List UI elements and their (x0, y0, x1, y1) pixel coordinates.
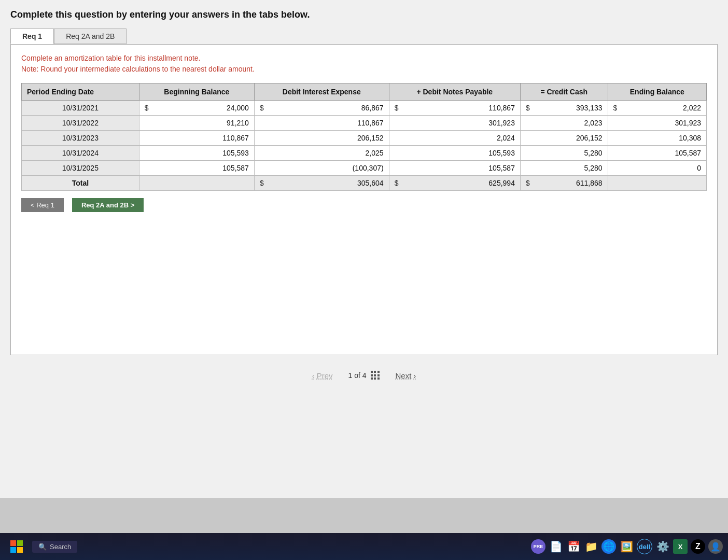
col-header-beginning: Beginning Balance (139, 83, 254, 101)
table-row-debit-interest-2: 206,152 (254, 131, 389, 146)
table-row-credit-cash-4: 5,280 (520, 161, 608, 176)
table-row-credit-cash-2: 206,152 (520, 131, 608, 146)
table-row-debit-interest-0: $86,867 (254, 101, 389, 116)
table-row-ending-5 (608, 176, 706, 191)
table-row-beginning-1: 91,210 (139, 116, 254, 131)
page-info: 1 of 4 (348, 371, 380, 380)
table-row-credit-cash-5: $611,868 (520, 176, 608, 191)
photo-icon[interactable]: 🖼️ (619, 539, 634, 554)
prev-req-button[interactable]: < Req 1 (21, 198, 64, 212)
table-row-ending-0: $2,022 (608, 101, 706, 116)
table-row-date-0: 10/31/2021 (22, 101, 139, 116)
table-row-date-4: 10/31/2025 (22, 161, 139, 176)
tab-desc-line1: Complete an amortization table for this … (21, 54, 201, 62)
tab-desc-line2: Note: Round your intermediate calculatio… (21, 65, 255, 73)
tabs-row: Req 1 Req 2A and 2B (10, 29, 718, 44)
table-row-debit-notes-2: 2,024 (389, 131, 520, 146)
next-button[interactable]: Next › (396, 371, 416, 380)
table-row-credit-cash-1: 2,023 (520, 116, 608, 131)
table-row-debit-notes-5: $625,994 (389, 176, 520, 191)
tab-description: Complete an amortization table for this … (21, 53, 707, 75)
table-row-ending-1: 301,923 (608, 116, 706, 131)
settings-icon[interactable]: ⚙️ (655, 539, 670, 554)
table-row-date-5: Total (22, 176, 139, 191)
taskbar-search[interactable]: 🔍 Search (32, 541, 77, 553)
grid-icon (371, 371, 380, 380)
next-label: Next (396, 371, 412, 380)
next-req-button[interactable]: Req 2A and 2B > (72, 198, 144, 212)
user-icon[interactable]: 👤 (708, 539, 723, 554)
table-row-debit-notes-0: $110,867 (389, 101, 520, 116)
col-header-ending: Ending Balance (608, 83, 706, 101)
table-row-debit-notes-1: 301,923 (389, 116, 520, 131)
table-row-debit-interest-5: $305,604 (254, 176, 389, 191)
tab-req1[interactable]: Req 1 (10, 29, 54, 44)
table-row-credit-cash-3: 5,280 (520, 146, 608, 161)
page-instruction: Complete this question by entering your … (10, 9, 718, 20)
table-row-debit-notes-3: 105,593 (389, 146, 520, 161)
col-header-date: Period Ending Date (22, 83, 139, 101)
pagination-row: ‹ Prev 1 of 4 Next › (10, 371, 718, 380)
calendar-icon[interactable]: 📅 (566, 539, 581, 554)
table-row-date-3: 10/31/2024 (22, 146, 139, 161)
table-row-debit-notes-4: 105,587 (389, 161, 520, 176)
col-header-debit-notes: + Debit Notes Payable (389, 83, 520, 101)
table-row-beginning-0: $24,000 (139, 101, 254, 116)
folder-icon[interactable]: 📁 (584, 539, 598, 554)
taskbar: 🔍 Search PRE 📄 📅 📁 🌐 🖼️ dell ⚙️ X Z 👤 (0, 533, 728, 560)
prev-label: Prev (317, 371, 333, 380)
dell-icon[interactable]: dell (637, 539, 652, 554)
table-row-ending-3: 105,587 (608, 146, 706, 161)
next-chevron-icon: › (413, 371, 416, 380)
search-label: Search (50, 543, 71, 551)
amortization-table: Period Ending Date Beginning Balance Deb… (21, 83, 707, 191)
prev-button[interactable]: ‹ Prev (312, 371, 333, 380)
zoom-icon[interactable]: Z (691, 539, 705, 554)
browser-icon[interactable]: 🌐 (601, 539, 616, 554)
table-row-date-1: 10/31/2022 (22, 116, 139, 131)
windows-start-button[interactable] (5, 538, 28, 555)
table-row-beginning-5 (139, 176, 254, 191)
table-row-debit-interest-4: (100,307) (254, 161, 389, 176)
table-row-debit-interest-1: 110,867 (254, 116, 389, 131)
windows-icon (10, 540, 23, 553)
prev-chevron-icon: ‹ (312, 371, 315, 380)
excel-icon[interactable]: X (673, 539, 688, 554)
table-row-beginning-3: 105,593 (139, 146, 254, 161)
table-row-ending-2: 10,308 (608, 131, 706, 146)
table-row-date-2: 10/31/2023 (22, 131, 139, 146)
table-row-debit-interest-3: 2,025 (254, 146, 389, 161)
taskbar-icons: PRE 📄 📅 📁 🌐 🖼️ dell ⚙️ X Z 👤 (531, 539, 723, 554)
pre-icon[interactable]: PRE (531, 539, 545, 554)
req-nav-row: < Req 1 Req 2A and 2B > (21, 198, 707, 212)
tab-content: Complete an amortization table for this … (10, 44, 718, 355)
table-row-credit-cash-0: $393,133 (520, 101, 608, 116)
file-icon[interactable]: 📄 (549, 539, 563, 554)
table-row-beginning-2: 110,867 (139, 131, 254, 146)
search-icon: 🔍 (38, 543, 47, 551)
tab-req2ab[interactable]: Req 2A and 2B (54, 29, 127, 44)
main-content: Complete this question by entering your … (0, 0, 728, 498)
table-row-ending-4: 0 (608, 161, 706, 176)
col-header-credit-cash: = Credit Cash (520, 83, 608, 101)
table-row-beginning-4: 105,587 (139, 161, 254, 176)
page-number: 1 of 4 (348, 371, 366, 380)
col-header-debit-interest: Debit Interest Expense (254, 83, 389, 101)
